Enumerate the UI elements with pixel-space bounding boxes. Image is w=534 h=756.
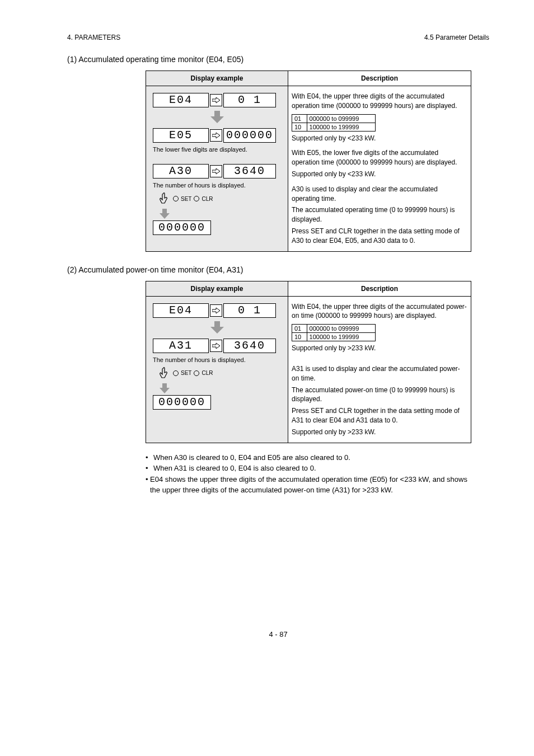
down-arrow-icon xyxy=(149,321,284,335)
bullet-list: •When A30 is cleared to 0, E04 and E05 a… xyxy=(146,452,471,496)
param-row-a31: A31 3640 xyxy=(153,339,281,353)
ref-table: 01000000 to 099999 10100000 to 199999 xyxy=(292,324,376,341)
header-right: 4.5 Parameter Details xyxy=(424,34,489,41)
section-2-title: (2) Accumulated power-on time monitor (E… xyxy=(67,265,489,274)
key-dot-icon xyxy=(194,370,199,376)
note-text: The number of hours is displayed. xyxy=(153,356,284,363)
desc-e05: With E05, the lower five digits of the a… xyxy=(292,148,467,179)
param-row-a30: A30 3640 xyxy=(153,164,281,179)
page-footer: 4 - 87 xyxy=(67,630,489,638)
key-press-row: SET CLR xyxy=(158,367,275,380)
key-label: SET xyxy=(181,370,191,376)
note-text: The number of hours is displayed. xyxy=(153,182,284,189)
down-arrow-icon xyxy=(158,209,284,220)
key-dot-icon xyxy=(194,196,199,201)
param-row-e05: E05 000000 xyxy=(153,128,281,143)
lcd-code: A30 xyxy=(153,164,209,179)
lcd-value: 3640 xyxy=(223,339,276,353)
header-left: 4. PARAMETERS xyxy=(67,34,120,41)
section-2-table: Display example Description E04 0 1 A31 xyxy=(146,281,471,443)
desc-a31: A31 is used to display and clear the acc… xyxy=(292,364,467,437)
key-dot-icon xyxy=(173,370,179,376)
desc-a30: A30 is used to display and clear the acc… xyxy=(292,185,467,246)
lcd-code: E05 xyxy=(153,128,209,143)
desc-e04: With E04, the upper three digits of the … xyxy=(292,92,467,111)
key-label: SET xyxy=(181,196,191,202)
lcd-result: 000000 xyxy=(153,395,211,410)
lcd-code: E04 xyxy=(153,303,209,318)
key-dot-icon xyxy=(173,196,179,201)
ref-table: 01000000 to 099999 10100000 to 199999 xyxy=(292,114,376,132)
note-text: The lower five digits are displayed. xyxy=(153,146,284,153)
desc-e04: With E04, the upper three digits of the … xyxy=(292,302,467,321)
col-head-left: Display example xyxy=(146,71,288,86)
lcd-value: 000000 xyxy=(223,128,276,143)
lcd-code: E04 xyxy=(153,93,209,107)
lcd-value: 0 1 xyxy=(223,93,276,107)
desc-e04b: Supported only by <233 kW. xyxy=(292,134,467,143)
section-1-title: (1) Accumulated operating time monitor (… xyxy=(67,55,489,64)
lcd-code: A31 xyxy=(153,339,209,353)
lcd-result: 000000 xyxy=(153,220,211,235)
arrow-right-icon xyxy=(210,165,222,177)
section-1-table: Display example Description E04 0 1 E0 xyxy=(146,71,471,252)
lcd-value: 0 1 xyxy=(223,303,276,318)
hand-icon xyxy=(158,367,171,380)
lcd-value: 3640 xyxy=(223,164,276,179)
col-head-right: Description xyxy=(288,71,471,86)
arrow-right-icon xyxy=(210,94,222,106)
key-label: CLR xyxy=(202,196,213,202)
arrow-right-icon xyxy=(210,129,222,142)
down-arrow-icon xyxy=(149,111,284,125)
key-press-row: SET CLR xyxy=(158,192,275,205)
hand-icon xyxy=(158,192,171,205)
param-row-e04: E04 0 1 xyxy=(153,303,281,318)
arrow-right-icon xyxy=(210,304,222,317)
col-head-left: Display example xyxy=(146,281,288,296)
arrow-right-icon xyxy=(210,340,222,352)
param-row-e04: E04 0 1 xyxy=(153,93,281,107)
key-label: CLR xyxy=(202,370,213,376)
down-arrow-icon xyxy=(158,383,284,395)
col-head-right: Description xyxy=(288,281,471,296)
page-header: 4. PARAMETERS 4.5 Parameter Details xyxy=(67,34,489,41)
desc-e04b: Supported only by >233 kW. xyxy=(292,344,467,353)
